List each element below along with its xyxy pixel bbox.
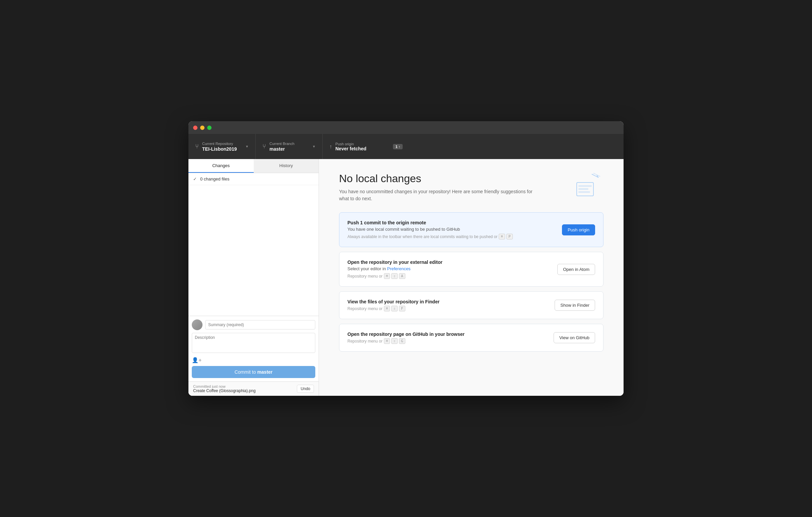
github-card-hint: Repository menu or ⌘ ⇧ G (347, 338, 547, 344)
push-card: Push 1 commit to the origin remote You h… (339, 212, 604, 247)
editor-card-hint: Repository menu or ⌘ ⇧ A (347, 273, 551, 279)
push-kbd2: P (506, 234, 513, 239)
finder-kbd3: F (399, 306, 405, 311)
sidebar: Changes History ✓ 0 changed files (188, 159, 319, 396)
add-coauthor-icon[interactable]: 👤+ (192, 357, 202, 363)
editor-kbd1: ⌘ (384, 273, 390, 279)
close-button[interactable] (193, 125, 198, 130)
push-arrow-icon: ↑ (329, 144, 332, 150)
sidebar-spacer (188, 185, 319, 316)
changed-files-count: 0 changed files (200, 176, 229, 181)
push-card-desc: You have one local commit waiting to be … (347, 227, 555, 232)
github-card-content: Open the repository page on GitHub in yo… (347, 332, 547, 344)
branch-name: master (269, 146, 310, 152)
svg-rect-2 (578, 188, 588, 190)
no-changes-subtitle: You have no uncommitted changes in your … (339, 188, 533, 202)
github-kbd1: ⌘ (384, 338, 390, 344)
recent-commit-bar: Committed just now Create Coffee (Glosso… (188, 381, 319, 396)
show-in-finder-button[interactable]: Show in Finder (555, 300, 595, 311)
tab-history[interactable]: History (254, 159, 319, 173)
app-window: ⑂ Current Repository TEI-Lisbon2019 ▼ ⑂ … (188, 121, 624, 396)
push-card-hint: Always available in the toolbar when the… (347, 234, 555, 239)
svg-rect-1 (578, 185, 592, 187)
finder-kbd2: ⇧ (391, 306, 398, 311)
no-changes-header: No local changes You have no uncommitted… (339, 172, 604, 202)
illustration-icon (573, 172, 604, 199)
description-input[interactable] (192, 333, 315, 353)
commit-button[interactable]: Commit to master (192, 366, 315, 378)
check-icon: ✓ (193, 176, 197, 181)
push-kbd1: ⌘ (499, 234, 505, 239)
push-text: Push origin Never fetched (336, 142, 389, 151)
push-label: Push origin (336, 142, 389, 146)
current-branch-section[interactable]: ⑂ Current Branch master ▼ (255, 134, 322, 159)
editor-kbd3: A (399, 273, 405, 279)
repo-name: TEI-Lisbon2019 (202, 146, 243, 152)
github-card-title: Open the repository page on GitHub in yo… (347, 332, 547, 337)
finder-card-title: View the files of your repository in Fin… (347, 299, 548, 305)
branch-chevron-icon: ▼ (312, 145, 316, 148)
push-origin-button[interactable]: Push origin (562, 224, 595, 235)
push-origin-section[interactable]: ↑ Push origin Never fetched 1 ↑ (322, 134, 409, 159)
no-changes-title: No local changes (339, 172, 533, 185)
toolbar: ⑂ Current Repository TEI-Lisbon2019 ▼ ⑂ … (188, 134, 624, 159)
no-changes-text: No local changes You have no uncommitted… (339, 172, 533, 202)
recent-commit-text: Committed just now Create Coffee (Glosso… (193, 384, 256, 393)
view-on-github-button[interactable]: View on GitHub (554, 332, 595, 343)
minimize-button[interactable] (200, 125, 204, 130)
traffic-lights (193, 125, 211, 130)
titlebar (188, 121, 624, 134)
push-badge: 1 ↑ (393, 144, 403, 149)
github-kbd2: ⇧ (391, 338, 398, 344)
repo-text: Current Repository TEI-Lisbon2019 (202, 142, 243, 152)
github-card: Open the repository page on GitHub in yo… (339, 324, 604, 352)
commit-footer: 👤+ (192, 357, 315, 363)
branch-label: Current Branch (269, 142, 310, 146)
finder-card: View the files of your repository in Fin… (339, 291, 604, 319)
repo-chevron-icon: ▼ (245, 145, 249, 148)
repo-icon: ⑂ (195, 143, 199, 150)
editor-card: Open the repository in your external edi… (339, 252, 604, 287)
repo-label: Current Repository (202, 142, 243, 146)
sidebar-tabs: Changes History (188, 159, 319, 173)
fullscreen-button[interactable] (207, 125, 211, 130)
undo-button[interactable]: Undo (297, 385, 314, 393)
editor-card-content: Open the repository in your external edi… (347, 259, 551, 279)
finder-card-content: View the files of your repository in Fin… (347, 299, 548, 311)
changed-files-row: ✓ 0 changed files (188, 173, 319, 185)
finder-kbd1: ⌘ (384, 306, 390, 311)
push-card-content: Push 1 commit to the origin remote You h… (347, 220, 555, 239)
current-repository-section[interactable]: ⑂ Current Repository TEI-Lisbon2019 ▼ (188, 134, 255, 159)
avatar (192, 319, 203, 330)
summary-input[interactable] (205, 320, 315, 329)
push-card-title: Push 1 commit to the origin remote (347, 220, 555, 225)
preferences-link[interactable]: Preferences (387, 266, 411, 271)
editor-card-title: Open the repository in your external edi… (347, 259, 551, 265)
editor-card-desc: Select your editor in Preferences (347, 266, 551, 271)
commit-summary-row (192, 319, 315, 330)
main-area: Changes History ✓ 0 changed files (188, 159, 624, 396)
recent-commit-name: Create Coffee (Glossographia).png (193, 389, 256, 393)
finder-card-hint: Repository menu or ⌘ ⇧ F (347, 306, 548, 311)
content-area: No local changes You have no uncommitted… (319, 159, 624, 396)
open-in-atom-button[interactable]: Open in Atom (557, 264, 595, 275)
editor-kbd2: ⇧ (391, 273, 398, 279)
recent-commit-label: Committed just now (193, 384, 256, 389)
github-kbd3: G (399, 338, 405, 344)
tab-changes[interactable]: Changes (188, 159, 254, 173)
commit-area: 👤+ Commit to master (188, 316, 319, 381)
push-sublabel: Never fetched (336, 146, 389, 151)
branch-text: Current Branch master (269, 142, 310, 152)
svg-rect-3 (578, 191, 590, 193)
branch-icon: ⑂ (262, 143, 266, 150)
avatar-image (192, 319, 203, 330)
